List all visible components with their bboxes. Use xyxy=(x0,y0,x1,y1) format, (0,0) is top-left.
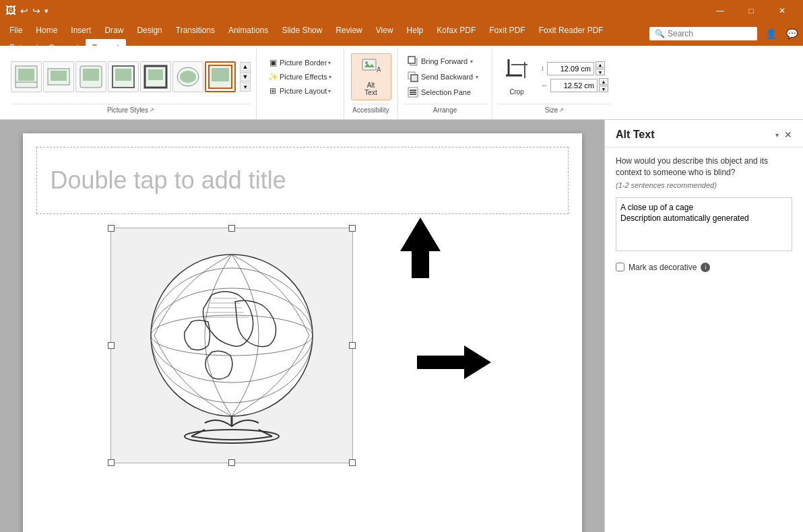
menu-item-review[interactable]: Review xyxy=(329,22,368,39)
panel-header: Alt Text ▾ ✕ xyxy=(605,120,803,147)
handle-top-left[interactable] xyxy=(108,225,115,232)
menu-item-view[interactable]: View xyxy=(369,22,400,39)
menu-item-slide-show[interactable]: Slide Show xyxy=(275,22,329,39)
height-spinner: ▲ ▼ xyxy=(596,61,605,75)
picture-border-button[interactable]: ▣ Picture Border ▾ xyxy=(265,56,335,69)
mark-decorative-row: Mark as decorative i xyxy=(616,263,792,272)
info-icon[interactable]: i xyxy=(701,263,710,272)
style-thumb-1[interactable] xyxy=(11,61,42,92)
picture-effects-button[interactable]: ✨ Picture Effects ▾ xyxy=(265,70,335,84)
window-controls: — □ ✕ xyxy=(705,0,798,22)
picture-effects-icon: ✨ xyxy=(267,71,278,82)
svg-point-37 xyxy=(151,255,313,416)
selection-pane-button[interactable]: Selection Pane xyxy=(404,85,486,100)
svg-point-33 xyxy=(185,430,279,443)
panel-header-controls: ▾ ✕ xyxy=(775,128,795,141)
svg-rect-4 xyxy=(51,71,67,81)
menu-item-transitions[interactable]: Transitions xyxy=(169,22,222,39)
menu-item-home[interactable]: Home xyxy=(29,22,64,39)
size-label-expand: Size ↗ xyxy=(498,106,611,114)
picture-styles-expand-icon[interactable]: ↗ xyxy=(150,107,154,113)
height-down-button[interactable]: ▼ xyxy=(596,69,605,75)
picture-styles-label-expand: Picture Styles ↗ xyxy=(11,106,251,114)
menu-item-help[interactable]: Help xyxy=(400,22,430,39)
mark-decorative-checkbox[interactable] xyxy=(616,263,624,271)
menu-item-foxit-pdf[interactable]: Foxit PDF xyxy=(482,22,532,39)
picture-layout-chevron: ▾ xyxy=(328,88,331,94)
send-backward-button[interactable]: Send Backward ▾ xyxy=(404,69,486,84)
width-input-row: ↔ ▲ ▼ xyxy=(541,78,608,92)
menu-item-kofax-pdf[interactable]: Kofax PDF xyxy=(430,22,482,39)
picture-layout-button[interactable]: ⊞ Picture Layout ▾ xyxy=(265,84,335,98)
panel-close-button[interactable]: ✕ xyxy=(781,128,795,141)
undo-button[interactable]: ↩ xyxy=(20,5,28,16)
scroll-up-button[interactable]: ▲ xyxy=(240,62,251,71)
handle-bottom-left[interactable] xyxy=(108,459,115,466)
style-thumb-2[interactable] xyxy=(43,61,74,92)
handle-bottom-middle[interactable] xyxy=(228,459,235,466)
title-bar-left: 🖼 ↩ ↪ ▾ xyxy=(5,5,705,17)
style-thumb-7[interactable] xyxy=(205,61,236,92)
search-icon: 🔍 xyxy=(655,29,665,38)
width-input[interactable] xyxy=(550,79,598,92)
picture-effects-chevron: ▾ xyxy=(329,74,331,80)
close-button[interactable]: ✕ xyxy=(767,0,798,22)
picture-border-icon: ▣ xyxy=(267,57,278,68)
app-icon: 🖼 xyxy=(5,5,16,17)
search-input[interactable] xyxy=(668,29,742,38)
menu-item-format[interactable]: Format xyxy=(86,39,127,46)
scroll-down-button[interactable]: ▼ xyxy=(240,72,251,81)
menu-item-draw[interactable]: Draw xyxy=(98,22,130,39)
style-thumb-6[interactable] xyxy=(172,61,203,92)
arrange-buttons: Bring Forward ▾ Send Backward ▾ Selectio… xyxy=(404,51,486,102)
handle-top-middle[interactable] xyxy=(228,225,235,232)
comment-icon[interactable]: 💬 xyxy=(783,26,800,42)
handle-middle-right[interactable] xyxy=(349,342,356,349)
handle-bottom-right[interactable] xyxy=(349,459,356,466)
bring-forward-button[interactable]: Bring Forward ▾ xyxy=(404,54,486,69)
height-input-row: ↕ ▲ ▼ xyxy=(541,61,608,75)
scroll-more-button[interactable]: ▾ xyxy=(240,82,251,92)
menu-item-enterprise-connect[interactable]: Enterprise Connect xyxy=(3,39,86,46)
handle-middle-left[interactable] xyxy=(108,342,115,349)
svg-rect-1 xyxy=(18,69,34,81)
menu-items: FileHomeInsertDrawDesignTransitionsAnima… xyxy=(3,22,649,46)
minimize-button[interactable]: — xyxy=(705,0,736,22)
width-up-button[interactable]: ▲ xyxy=(599,78,608,85)
slide-title-placeholder[interactable]: Double tap to add title xyxy=(36,147,569,214)
height-input[interactable] xyxy=(547,62,594,75)
ribbon-section-picture-effects: ▣ Picture Border ▾ ✨ Picture Effects ▾ ⊞… xyxy=(257,48,344,119)
svg-rect-26 xyxy=(410,94,416,95)
selection-pane-icon xyxy=(408,87,418,98)
alt-text-icon: ALT xyxy=(362,57,381,80)
redo-button[interactable]: ↪ xyxy=(32,5,40,16)
slide-image-container[interactable] xyxy=(110,228,353,463)
menu-item-animations[interactable]: Animations xyxy=(222,22,275,39)
width-down-button[interactable]: ▼ xyxy=(599,86,608,92)
customize-button[interactable]: ▾ xyxy=(44,7,49,15)
menu-item-foxit-reader-pdf[interactable]: Foxit Reader PDF xyxy=(532,22,610,39)
style-thumb-4[interactable] xyxy=(108,61,139,92)
height-up-button[interactable]: ▲ xyxy=(596,61,605,68)
menu-item-file[interactable]: File xyxy=(3,22,29,39)
panel-description: How would you describe this object and i… xyxy=(616,156,792,178)
picture-effects-buttons: ▣ Picture Border ▾ ✨ Picture Effects ▾ ⊞… xyxy=(262,51,338,102)
maximize-button[interactable]: □ xyxy=(736,0,767,22)
svg-rect-25 xyxy=(410,92,416,93)
size-expand-icon[interactable]: ↗ xyxy=(559,107,564,113)
bring-forward-icon xyxy=(408,56,418,67)
account-icon[interactable]: 👤 xyxy=(763,26,779,42)
style-thumb-5[interactable] xyxy=(140,61,171,92)
style-thumb-3[interactable] xyxy=(75,61,106,92)
menu-item-design[interactable]: Design xyxy=(130,22,168,39)
svg-rect-10 xyxy=(148,69,163,80)
svg-rect-8 xyxy=(115,69,131,81)
crop-button[interactable]: Crop xyxy=(498,53,536,100)
handle-top-right[interactable] xyxy=(349,225,356,232)
alt-text-button[interactable]: ALT AltText xyxy=(351,53,391,100)
alt-text-textarea[interactable]: A close up of a cage Description automat… xyxy=(616,197,792,251)
svg-rect-6 xyxy=(83,69,99,81)
menu-search[interactable]: 🔍 xyxy=(649,27,757,40)
menu-item-insert[interactable]: Insert xyxy=(64,22,98,39)
panel-collapse-button[interactable]: ▾ xyxy=(775,131,779,139)
